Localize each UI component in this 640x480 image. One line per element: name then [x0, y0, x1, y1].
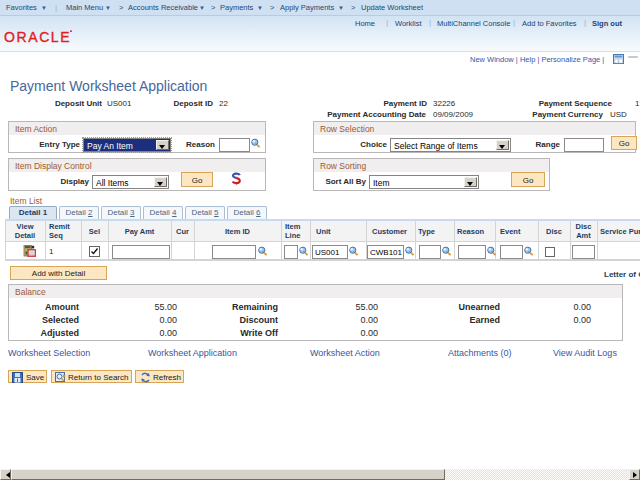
svg-text:ORACLE: ORACLE [4, 29, 71, 45]
